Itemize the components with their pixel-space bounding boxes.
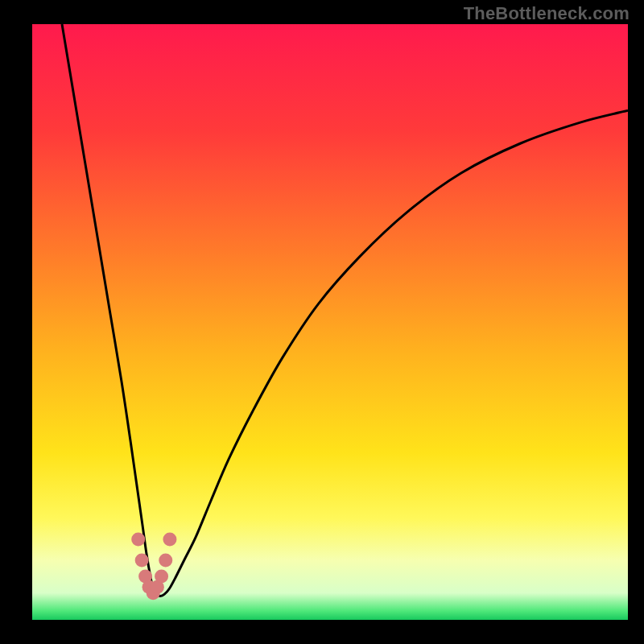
plot-svg <box>32 24 628 620</box>
plot-area <box>32 24 628 620</box>
gradient-background <box>32 24 628 620</box>
marker-dot <box>135 554 149 568</box>
chart-frame: TheBottleneck.com <box>0 0 644 644</box>
marker-dot <box>159 554 172 568</box>
marker-dot <box>131 533 145 547</box>
watermark-text: TheBottleneck.com <box>464 3 630 24</box>
marker-dot <box>163 533 176 547</box>
marker-dot <box>155 569 168 583</box>
